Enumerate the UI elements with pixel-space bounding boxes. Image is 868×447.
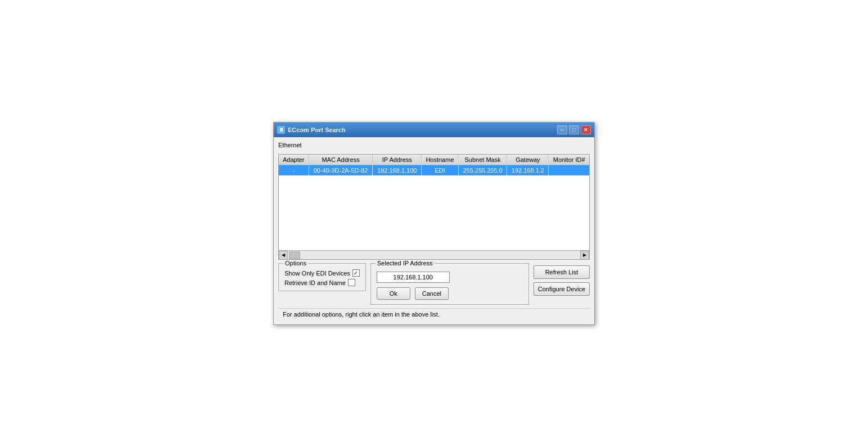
ethernet-label: Ethernet — [278, 142, 590, 148]
cell-row0-col6 — [549, 165, 589, 175]
cell-row0-col5: 192.168.1.2 — [507, 165, 549, 175]
right-buttons: Refresh List Configure Device — [534, 263, 590, 296]
configure-device-button[interactable]: Configure Device — [534, 282, 590, 296]
col-ip: IP Address — [373, 155, 422, 165]
bottom-section: Options Show Only EDI Devices Retrieve I… — [278, 263, 590, 305]
cancel-button[interactable]: Cancel — [415, 287, 449, 300]
scroll-right-button[interactable]: ▶ — [580, 251, 589, 260]
status-text: For additional options, right click an i… — [283, 311, 440, 318]
table-scroll-area[interactable]: Adapter MAC Address IP Address Hostname … — [279, 155, 589, 250]
show-edi-row: Show Only EDI Devices — [284, 269, 360, 277]
retrieve-id-label: Retrieve ID and Name — [284, 279, 346, 286]
ok-button[interactable]: Ok — [377, 287, 410, 300]
scroll-thumb[interactable] — [289, 251, 300, 259]
device-table: Adapter MAC Address IP Address Hostname … — [279, 155, 589, 175]
cell-row0-col1: 00-40-9D-2A-5D-82 — [309, 165, 373, 175]
title-bar-buttons: ─ □ ✕ — [557, 125, 591, 134]
window-icon: 🖥 — [277, 126, 285, 134]
close-button[interactable]: ✕ — [581, 125, 591, 134]
horizontal-scrollbar[interactable]: ◀ ▶ — [279, 250, 589, 259]
cell-row0-col3: EDI — [422, 165, 459, 175]
minimize-button[interactable]: ─ — [557, 125, 567, 134]
col-mac: MAC Address — [309, 155, 373, 165]
title-bar: 🖥 ECcom Port Search ─ □ ✕ — [274, 123, 594, 137]
col-hostname: Hostname — [422, 155, 459, 165]
dialog-buttons: Ok Cancel — [377, 287, 523, 300]
col-gateway: Gateway — [507, 155, 549, 165]
table-header-row: Adapter MAC Address IP Address Hostname … — [279, 155, 589, 165]
retrieve-id-checkbox[interactable] — [348, 279, 355, 286]
ip-address-input[interactable] — [377, 272, 450, 283]
show-edi-checkbox[interactable] — [352, 269, 360, 277]
window-body: Ethernet Adapter MAC Address IP Address … — [274, 137, 594, 324]
status-bar: For additional options, right click an i… — [278, 308, 590, 320]
cell-row0-col4: 255.255.255.0 — [458, 165, 507, 175]
maximize-button[interactable]: □ — [569, 125, 579, 134]
table-row[interactable]: -00-40-9D-2A-5D-82192.168.1.100EDI255.25… — [279, 165, 589, 175]
table-container: Adapter MAC Address IP Address Hostname … — [278, 154, 590, 260]
retrieve-id-row: Retrieve ID and Name — [284, 279, 360, 286]
show-edi-label: Show Only EDI Devices — [284, 270, 350, 277]
main-window: 🖥 ECcom Port Search ─ □ ✕ Ethernet Adapt… — [273, 122, 595, 325]
col-monitor-id: Monitor ID# — [549, 155, 589, 165]
scroll-track — [288, 251, 580, 259]
window-title: ECcom Port Search — [288, 127, 557, 133]
col-adapter: Adapter — [279, 155, 309, 165]
refresh-list-button[interactable]: Refresh List — [534, 265, 590, 279]
scroll-left-button[interactable]: ◀ — [279, 251, 288, 260]
options-group: Options Show Only EDI Devices Retrieve I… — [278, 263, 366, 291]
selected-ip-legend: Selected IP Address — [376, 260, 435, 267]
col-subnet: Subnet Mask — [458, 155, 507, 165]
selected-ip-group: Selected IP Address Ok Cancel — [370, 263, 529, 305]
cell-row0-col0: - — [279, 165, 309, 175]
cell-row0-col2: 192.168.1.100 — [373, 165, 422, 175]
options-legend: Options — [283, 260, 308, 267]
